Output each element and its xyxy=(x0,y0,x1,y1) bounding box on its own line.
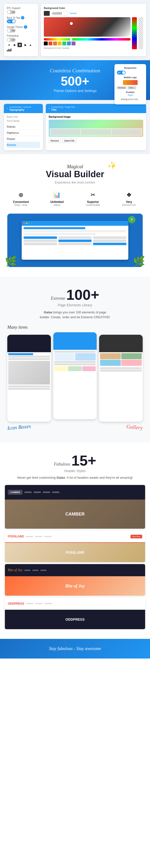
font-risque[interactable]: Risque xyxy=(7,136,40,142)
remove-bg-button[interactable]: Remove xyxy=(49,138,61,143)
swatch-yellow[interactable] xyxy=(58,41,61,45)
visual-builder-section: Magical Visual Builder ✨ Experience the … xyxy=(0,154,150,277)
gradient-box[interactable] xyxy=(44,17,130,37)
panel-left: RTL Support Off Back To Top ? On xyxy=(4,4,38,56)
swatch-green[interactable] xyxy=(62,41,66,45)
color-input-row: Default xyxy=(44,11,143,16)
google-theme-help-icon[interactable]: ? xyxy=(24,25,27,29)
color-hex-input[interactable] xyxy=(51,11,68,16)
google-theme-toggle-thumb xyxy=(7,29,10,32)
feature-drag-drop: ⊕ Convenient Drag + drop xyxy=(5,191,37,206)
icon-boxes-label: Icon Boxes xyxy=(7,423,31,431)
alpha-bar[interactable] xyxy=(138,17,143,49)
back-arrow-icon[interactable]: ‹ xyxy=(7,107,8,110)
back-to-top-help-icon[interactable]: ? xyxy=(21,16,24,20)
preload-icon-4[interactable]: ◉ xyxy=(23,43,27,47)
rtl-label: RTL Support xyxy=(7,7,35,9)
page-title-breadcrumb: Customizing › Page Title xyxy=(51,106,75,108)
hue-thumb[interactable] xyxy=(70,38,72,41)
table-col-3 xyxy=(111,129,142,135)
hue-slider[interactable] xyxy=(44,38,130,40)
preload-icon-1[interactable]: ● xyxy=(7,43,11,47)
ph1-row-1 xyxy=(8,353,33,355)
swatch-orange[interactable] xyxy=(53,41,57,45)
gradient-handle[interactable] xyxy=(70,22,73,25)
feature-element-rich: ❖ Very Element-rich xyxy=(113,191,145,206)
page-title-back-arrow[interactable]: ‹ xyxy=(49,107,50,110)
swatch-black[interactable] xyxy=(44,41,48,45)
ph2-cell-4 xyxy=(68,366,82,371)
laptop-row-1 xyxy=(24,227,85,229)
preload-bars xyxy=(7,48,11,52)
laptop-screen-inner xyxy=(22,221,129,247)
back-to-top-row: Back To Top ? On xyxy=(7,16,35,23)
opacity-label: Background Color Opacity xyxy=(44,47,130,49)
default-color-button[interactable]: Default xyxy=(70,12,77,14)
back-to-top-label: Back To Top xyxy=(7,17,20,19)
remove-button[interactable]: Remove xyxy=(117,86,127,89)
vb-title-wrap: Magical Visual Builder ✨ xyxy=(46,164,104,179)
responsive-toggle[interactable]: On xyxy=(117,71,126,74)
features-grid: ⊕ Convenient Drag + drop 📊 Unlimited adj… xyxy=(5,191,145,206)
fossland-btn[interactable]: Buy Now xyxy=(130,535,142,538)
typography-breadcrumb: Customizing › General Typography xyxy=(9,106,31,111)
elements-script: Extreme xyxy=(51,296,65,301)
ph2-cell-1 xyxy=(54,353,75,361)
preload-icon-3[interactable]: ■ xyxy=(18,43,22,47)
color-swatch[interactable] xyxy=(44,11,50,16)
laptop-cell-2 xyxy=(24,240,57,242)
vertical-hue-bar[interactable] xyxy=(132,17,137,49)
swatch-blue[interactable] xyxy=(67,41,71,45)
rtl-toggle-thumb xyxy=(7,11,10,13)
laptop-cell-7 xyxy=(93,237,126,239)
laptop-rows xyxy=(24,227,127,235)
back-to-top-toggle[interactable]: On xyxy=(7,20,16,23)
elements-title: Page Elements Library xyxy=(5,303,145,307)
laptop-cell-9 xyxy=(93,243,126,245)
phone-screen-3 xyxy=(99,335,143,422)
dot-red xyxy=(24,223,25,224)
laptop-content xyxy=(24,237,127,245)
gallery-label: Gallery xyxy=(126,423,143,431)
phone-header-3 xyxy=(99,335,143,352)
swatch-purple[interactable] xyxy=(72,41,75,45)
elements-header: Extreme 100+ xyxy=(5,286,145,303)
laptop-mockup: 🌿 xyxy=(7,214,143,267)
phone-body-2 xyxy=(53,350,97,419)
rtl-toggle[interactable]: Off xyxy=(7,10,16,14)
google-theme-row: Google Theme ? Off xyxy=(7,25,35,33)
phones-top-labels: Many items xyxy=(7,325,143,330)
font-roboto-active[interactable]: Roboto xyxy=(7,142,40,148)
font-righteous[interactable]: Righteous xyxy=(7,130,40,136)
google-theme-toggle[interactable]: Off xyxy=(7,29,16,33)
bar-4 xyxy=(10,49,11,52)
responsive-toggle-thumb xyxy=(122,71,125,74)
fossland-nav-1 xyxy=(26,536,33,537)
preloading-toggle[interactable]: Off xyxy=(7,38,16,42)
select-file-button[interactable]: Select File xyxy=(62,138,76,143)
phone-screen-1 xyxy=(7,335,51,422)
color-picker-area: Background Color Default xyxy=(44,7,143,49)
select-button[interactable]: Selec... xyxy=(128,86,136,89)
preloading-row: Preloading Off ● ◆ ■ ◉ ▲ xyxy=(7,34,35,52)
laptop-header xyxy=(22,221,129,226)
theme-options-section: RTL Support Off Back To Top ? On xyxy=(0,0,150,60)
header-preview-bite-of-joy: Bite of Joy Bite of Joy xyxy=(5,564,145,596)
elements-brand: Galax xyxy=(44,310,52,314)
plant-right-decoration: 🌿 xyxy=(133,256,145,267)
ph1-row-4 xyxy=(8,385,50,388)
phone-body-3 xyxy=(99,352,143,422)
bg-color-label-row: Background Colo... xyxy=(117,98,144,100)
laptop-row-3 xyxy=(24,233,96,235)
phones-bottom-labels: Icon Boxes Gallery xyxy=(7,422,143,433)
element-rich-icon: ❖ xyxy=(113,191,145,198)
swatch-red[interactable] xyxy=(48,41,52,45)
font-roboto[interactable]: Roboto xyxy=(7,124,40,130)
header-styles-title: Header Styles xyxy=(5,469,145,473)
ph3-row-1 xyxy=(100,367,142,369)
preload-icon-2[interactable]: ◆ xyxy=(12,43,17,47)
position-label: Position xyxy=(126,91,135,93)
preload-icon-5[interactable]: ▲ xyxy=(28,43,33,47)
typography-section-name: Typography xyxy=(9,108,31,111)
fossland-nav: FOSSLAND Buy Now xyxy=(5,531,145,543)
